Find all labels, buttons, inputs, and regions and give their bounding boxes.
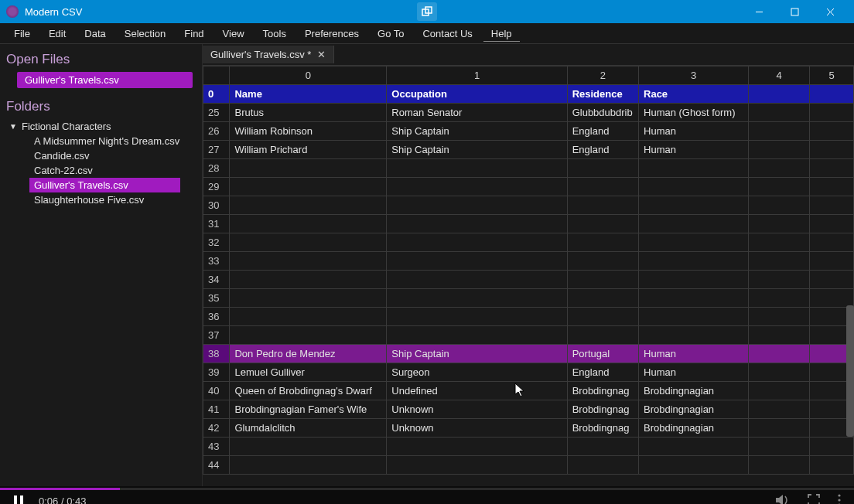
cell[interactable] (387, 159, 567, 178)
cell[interactable] (567, 252, 638, 271)
cell[interactable] (567, 178, 638, 196)
row-header[interactable]: 35 (203, 289, 230, 308)
menu-preferences[interactable]: Preferences (297, 26, 367, 42)
cell[interactable] (810, 85, 854, 104)
row-header[interactable]: 40 (203, 382, 230, 400)
cell[interactable] (387, 196, 567, 215)
row-header[interactable]: 41 (203, 400, 230, 419)
cell[interactable]: Human (639, 363, 749, 382)
cell[interactable] (749, 233, 810, 252)
cell[interactable] (230, 159, 387, 178)
cell[interactable] (230, 326, 387, 345)
cell[interactable]: Ship Captain (387, 141, 567, 159)
cell[interactable] (810, 456, 854, 475)
volume-icon[interactable] (775, 494, 791, 505)
cell[interactable]: England (567, 122, 638, 141)
table-row[interactable]: 33 (203, 252, 854, 271)
menu-contact-us[interactable]: Contact Us (415, 26, 480, 42)
table-row[interactable]: 43 (203, 438, 854, 456)
cell[interactable] (749, 438, 810, 456)
cell[interactable] (639, 438, 749, 456)
cell[interactable] (749, 345, 810, 363)
cell[interactable] (810, 104, 854, 122)
cell[interactable] (810, 233, 854, 252)
file-item[interactable]: Catch-22.csv (29, 163, 196, 178)
table-row[interactable]: 37 (203, 326, 854, 345)
menu-file[interactable]: File (6, 26, 38, 42)
maximize-button[interactable] (777, 0, 812, 23)
cell[interactable]: Human (639, 122, 749, 141)
overlay-icon[interactable] (417, 2, 437, 21)
table-row[interactable]: 31 (203, 215, 854, 233)
menu-go-to[interactable]: Go To (370, 26, 412, 42)
row-header[interactable]: 37 (203, 326, 230, 345)
menu-help[interactable]: Help (483, 26, 520, 42)
table-row[interactable]: 44 (203, 456, 854, 475)
menu-find[interactable]: Find (176, 26, 211, 42)
cell[interactable]: Brobdingnag (567, 400, 638, 419)
tab[interactable]: Gulliver's Travels.csv * ✕ (203, 46, 334, 63)
cell[interactable] (387, 271, 567, 289)
cell[interactable]: Portugal (567, 345, 638, 363)
cell[interactable] (810, 289, 854, 308)
cell[interactable]: Brobdingnagian (639, 400, 749, 419)
cell[interactable] (567, 271, 638, 289)
row-header[interactable]: 34 (203, 271, 230, 289)
row-header[interactable]: 42 (203, 419, 230, 438)
cell[interactable] (749, 85, 810, 104)
close-icon[interactable]: ✕ (317, 49, 326, 60)
cell[interactable] (749, 308, 810, 326)
close-button[interactable] (812, 0, 848, 23)
cell[interactable] (639, 289, 749, 308)
cell[interactable]: William Robinson (230, 122, 387, 141)
folder-row[interactable]: ▼ Fictional Characters (6, 119, 196, 134)
cell[interactable] (749, 419, 810, 438)
file-item[interactable]: Slaughterhouse Five.csv (29, 192, 196, 207)
cell[interactable] (749, 178, 810, 196)
cell[interactable] (230, 308, 387, 326)
menu-selection[interactable]: Selection (117, 26, 173, 42)
cell[interactable] (639, 215, 749, 233)
cell[interactable] (749, 326, 810, 345)
cell[interactable] (639, 326, 749, 345)
cell[interactable] (810, 159, 854, 178)
cell[interactable] (639, 196, 749, 215)
table-row[interactable]: 35 (203, 289, 854, 308)
cell[interactable] (749, 271, 810, 289)
cell[interactable] (749, 122, 810, 141)
cell[interactable]: Brobdingnagian (639, 382, 749, 400)
cell[interactable]: Unknown (387, 419, 567, 438)
cell[interactable] (567, 326, 638, 345)
cell[interactable]: Don Pedro de Mendez (230, 345, 387, 363)
table-row[interactable]: 42GlumdalclitchUnknownBrobdingnagBrobdin… (203, 419, 854, 438)
cell[interactable] (639, 233, 749, 252)
kebab-icon[interactable] (837, 494, 842, 505)
menu-tools[interactable]: Tools (255, 26, 294, 42)
cell[interactable] (810, 196, 854, 215)
file-item[interactable]: A Midsummer Night's Dream.csv (29, 134, 196, 148)
cell[interactable]: Brobdingnag (567, 419, 638, 438)
menu-view[interactable]: View (215, 26, 252, 42)
cell[interactable] (749, 215, 810, 233)
cell[interactable]: Ship Captain (387, 122, 567, 141)
cell[interactable] (387, 233, 567, 252)
cell[interactable] (749, 456, 810, 475)
cell[interactable] (749, 196, 810, 215)
row-header[interactable]: 32 (203, 233, 230, 252)
table-row[interactable]: 0NameOccupationResidenceRace (203, 85, 854, 104)
table-row[interactable]: 41Brobdingnagian Famer's WifeUnknownBrob… (203, 400, 854, 419)
cell[interactable] (639, 159, 749, 178)
cell[interactable] (810, 122, 854, 141)
scrollbar-thumb[interactable] (846, 305, 854, 437)
cell[interactable] (810, 252, 854, 271)
table-row[interactable]: 34 (203, 271, 854, 289)
cell[interactable] (230, 289, 387, 308)
minimize-button[interactable] (741, 0, 777, 23)
cell[interactable] (230, 438, 387, 456)
table-row[interactable]: 28 (203, 159, 854, 178)
menu-edit[interactable]: Edit (41, 26, 73, 42)
table-row[interactable]: 25BrutusRoman SenatorGlubbdubdribHuman (… (203, 104, 854, 122)
cell[interactable] (749, 382, 810, 400)
cell[interactable]: England (567, 141, 638, 159)
cell[interactable]: Queen of Brobdingnag's Dwarf (230, 382, 387, 400)
